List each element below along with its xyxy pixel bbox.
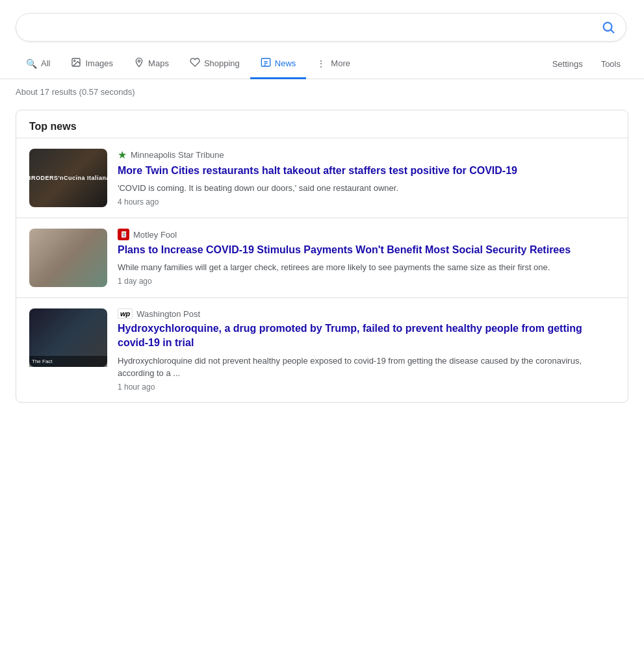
search-bar-container: COVID: [0, 0, 644, 49]
more-icon: ⋮: [316, 58, 327, 69]
maps-icon: [134, 57, 144, 69]
motley-fool-icon: 🃏: [118, 229, 129, 240]
article-1-source-row: ★ Minneapolis Star Tribune: [118, 149, 615, 161]
search-input[interactable]: COVID: [27, 21, 601, 34]
article-3-title: Hydroxychloroquine, a drug promoted by T…: [118, 321, 615, 351]
article-3-source: Washington Post: [136, 309, 200, 319]
article-3-time: 1 hour ago: [118, 383, 615, 392]
article-1-thumbnail: [29, 149, 107, 207]
search-bar: COVID: [16, 13, 626, 42]
article-2-time: 1 day ago: [118, 277, 615, 286]
article-2-content: 🃏 Motley Fool Plans to Increase COVID-19…: [118, 229, 615, 286]
article-3-content: wp Washington Post Hydroxychloroquine, a…: [118, 308, 615, 392]
svg-point-3: [74, 60, 75, 62]
tab-all[interactable]: 🔍 All: [16, 51, 60, 79]
all-icon: 🔍: [26, 58, 37, 69]
article-2-title: Plans to Increase COVID-19 Stimulus Paym…: [118, 243, 615, 257]
results-info: About 17 results (0.57 seconds): [0, 79, 644, 105]
settings-link[interactable]: Settings: [545, 51, 591, 77]
top-news-card: Top news ★ Minneapolis Star Tribune More…: [16, 110, 628, 403]
article-2-source: Motley Fool: [133, 230, 177, 240]
news-item-3[interactable]: wp Washington Post Hydroxychloroquine, a…: [16, 297, 628, 402]
article-3-thumbnail: [29, 308, 107, 367]
article-1-title: More Twin Cities restaurants halt takeou…: [118, 164, 615, 178]
search-icon: [601, 20, 615, 34]
tab-news-label: News: [275, 58, 296, 68]
tab-news[interactable]: News: [250, 49, 307, 79]
article-3-source-row: wp Washington Post: [118, 308, 615, 319]
article-2-snippet: While many families will get a larger ch…: [118, 261, 615, 274]
tab-shopping[interactable]: Shopping: [179, 49, 250, 79]
news-item-1[interactable]: ★ Minneapolis Star Tribune More Twin Cit…: [16, 138, 628, 218]
tab-maps-label: Maps: [148, 58, 169, 68]
tools-link[interactable]: Tools: [593, 51, 628, 77]
tab-all-label: All: [41, 58, 50, 68]
article-1-content: ★ Minneapolis Star Tribune More Twin Cit…: [118, 149, 615, 207]
news-item-2[interactable]: 🃏 Motley Fool Plans to Increase COVID-19…: [16, 218, 628, 297]
tab-images[interactable]: Images: [60, 49, 123, 79]
article-1-source: Minneapolis Star Tribune: [131, 150, 224, 160]
images-icon: [71, 57, 81, 69]
svg-line-1: [611, 30, 613, 32]
tab-more-label: More: [331, 58, 350, 68]
nav-tabs: 🔍 All Images Maps Shopping News ⋮ More S…: [0, 49, 644, 79]
news-icon: [261, 57, 271, 69]
article-1-snippet: 'COVID is coming. It is beating down our…: [118, 182, 615, 195]
article-2-thumbnail: [29, 229, 107, 287]
article-2-source-row: 🃏 Motley Fool: [118, 229, 615, 240]
washington-post-icon: wp: [118, 308, 133, 319]
shopping-icon: [190, 57, 200, 69]
top-news-header: Top news: [16, 110, 628, 138]
star-tribune-icon: ★: [118, 149, 127, 161]
tab-more[interactable]: ⋮ More: [306, 51, 361, 79]
tab-maps[interactable]: Maps: [123, 49, 179, 79]
tab-shopping-label: Shopping: [204, 58, 240, 68]
svg-point-4: [138, 60, 140, 62]
tab-images-label: Images: [85, 58, 113, 68]
article-3-snippet: Hydroxychloroquine did not prevent healt…: [118, 355, 615, 380]
search-button[interactable]: [601, 20, 615, 34]
article-1-time: 4 hours ago: [118, 197, 615, 207]
